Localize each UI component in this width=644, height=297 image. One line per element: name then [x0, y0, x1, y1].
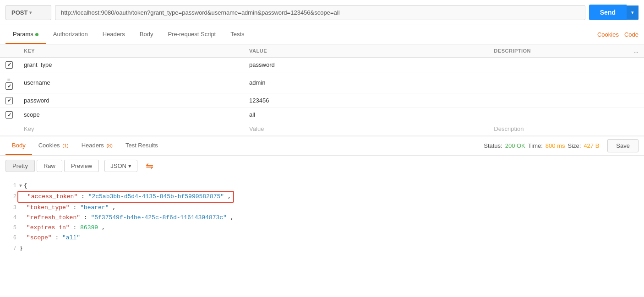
send-button-group: Send ▾ [589, 5, 639, 20]
format-type-label: JSON [110, 162, 126, 169]
url-input[interactable] [55, 5, 585, 20]
tab-headers[interactable]: Headers [95, 25, 132, 44]
row2-desc[interactable] [488, 72, 628, 93]
tab-tests[interactable]: Tests [223, 25, 251, 44]
tab-params[interactable]: Params [5, 25, 46, 44]
send-button[interactable]: Send [589, 5, 627, 20]
line-num-1: 1 [7, 181, 16, 190]
drag-handle-icon[interactable]: ≡ [7, 76, 10, 82]
row3-value[interactable]: 123456 [244, 93, 488, 108]
placeholder-value[interactable]: Value [244, 122, 488, 136]
col-value-header: VALUE [244, 44, 488, 58]
json-line-7: 7 } [7, 243, 637, 254]
tab-body[interactable]: Body [132, 25, 161, 44]
row2-value[interactable]: admin [244, 72, 488, 93]
row2-check[interactable]: ≡ [0, 72, 18, 93]
row3-key[interactable]: password [18, 93, 244, 108]
response-tab-headers[interactable]: Headers (8) [75, 136, 119, 155]
json-line-4: 4 "refresh_token" : "5f37549f-b4be-425c-… [7, 213, 637, 223]
key-access-token: "access_token" [27, 193, 77, 200]
row4-key[interactable]: scope [18, 108, 244, 122]
access-token-line: "access_token" : "2c5ab3bb-d5d4-4135-845… [17, 191, 234, 203]
row1-desc[interactable] [488, 58, 628, 72]
send-dropdown-button[interactable]: ▾ [627, 5, 639, 20]
val-access-token: "2c5ab3bb-d5d4-4135-845b-bf5990582875" [88, 193, 224, 200]
format-type-selector[interactable]: JSON ▾ [104, 160, 137, 172]
method-selector[interactable]: POST ▾ [5, 5, 51, 20]
response-tabs-row: Body Cookies (1) Headers (8) Test Result… [0, 136, 644, 156]
params-table: KEY VALUE DESCRIPTION ... grant_type pas… [0, 44, 644, 136]
cookies-badge: (1) [62, 143, 68, 148]
placeholder-key[interactable]: Key [18, 122, 244, 136]
checkbox-2[interactable] [5, 82, 13, 90]
key-expires-in: "expires_in" [27, 224, 70, 231]
method-label: POST [11, 9, 27, 16]
key-scope: "scope" [27, 234, 52, 241]
row4-check[interactable] [0, 108, 18, 122]
format-row: Pretty Raw Preview JSON ▾ ⇌ [0, 156, 644, 176]
json-line-3: 3 "token_type" : "bearer" , [7, 203, 637, 213]
placeholder-desc[interactable]: Description [488, 122, 628, 136]
time-value: 800 ms [546, 142, 565, 149]
checkbox-3[interactable] [5, 97, 13, 104]
row1-check[interactable] [0, 58, 18, 72]
line-num-5: 5 [7, 223, 16, 232]
col-more-header[interactable]: ... [628, 44, 644, 58]
headers-badge: (8) [106, 143, 112, 148]
save-button[interactable]: Save [607, 139, 639, 152]
tab-header-links: Cookies Code [597, 31, 639, 38]
url-bar: POST ▾ Send ▾ [0, 0, 644, 25]
placeholder-check [0, 122, 18, 136]
val-token-type: "bearer" [80, 204, 109, 211]
time-label: Time: [528, 142, 543, 149]
col-key-header: KEY [18, 44, 244, 58]
json-line-5: 5 "expires_in" : 86399 , [7, 223, 637, 233]
line-num-2: 2 [7, 192, 16, 201]
table-row: password 123456 [0, 93, 644, 108]
params-dot [35, 33, 38, 36]
json-close-brace: } [19, 243, 23, 254]
collapse-icon-1[interactable]: ▼ [19, 182, 22, 190]
val-expires-in: 86399 [80, 224, 98, 231]
row1-value[interactable]: password [244, 58, 488, 72]
key-token-type: "token_type" [27, 204, 70, 211]
checkbox-4[interactable] [5, 111, 13, 119]
col-desc-header: DESCRIPTION [488, 44, 628, 58]
json-line-1: 1 ▼ { [7, 181, 637, 191]
cookies-link[interactable]: Cookies [597, 31, 619, 38]
response-tab-cookies[interactable]: Cookies (1) [32, 136, 75, 155]
response-tab-test-results[interactable]: Test Results [119, 136, 164, 155]
format-raw-button[interactable]: Raw [37, 160, 62, 172]
line-num-7: 7 [7, 244, 16, 253]
table-row-placeholder: Key Value Description [0, 122, 644, 136]
table-row: scope all [0, 108, 644, 122]
table-row: ≡ username admin [0, 72, 644, 93]
json-viewer: 1 ▼ { 2 "access_token" : "2c5ab3bb-d5d4-… [0, 176, 644, 258]
size-label: Size: [568, 142, 581, 149]
key-refresh-token: "refresh_token" [27, 214, 80, 221]
val-scope: "all" [62, 234, 80, 241]
row1-key[interactable]: grant_type [18, 58, 244, 72]
format-pretty-button[interactable]: Pretty [5, 160, 35, 172]
row4-value[interactable]: all [244, 108, 488, 122]
checkbox-1[interactable] [5, 61, 13, 69]
wrap-icon[interactable]: ⇌ [143, 159, 156, 172]
response-meta: Status: 200 OK Time: 800 ms Size: 427 B … [484, 139, 639, 152]
row3-check[interactable] [0, 93, 18, 108]
row2-key[interactable]: username [18, 72, 244, 93]
size-value: 427 B [584, 142, 599, 149]
line-num-3: 3 [7, 203, 16, 212]
format-preview-button[interactable]: Preview [64, 160, 99, 172]
response-tab-body[interactable]: Body [5, 136, 32, 155]
row3-desc[interactable] [488, 93, 628, 108]
tab-prerequest[interactable]: Pre-request Script [160, 25, 223, 44]
col-check-header [0, 44, 18, 58]
row4-desc[interactable] [488, 108, 628, 122]
tab-authorization[interactable]: Authorization [46, 25, 95, 44]
status-value: 200 OK [505, 142, 525, 149]
method-chevron-icon: ▾ [29, 10, 32, 15]
json-line-2: 2 "access_token" : "2c5ab3bb-d5d4-4135-8… [7, 191, 637, 203]
code-link[interactable]: Code [624, 31, 639, 38]
json-line-6: 6 "scope" : "all" [7, 233, 637, 243]
response-section: Body Cookies (1) Headers (8) Test Result… [0, 136, 644, 258]
